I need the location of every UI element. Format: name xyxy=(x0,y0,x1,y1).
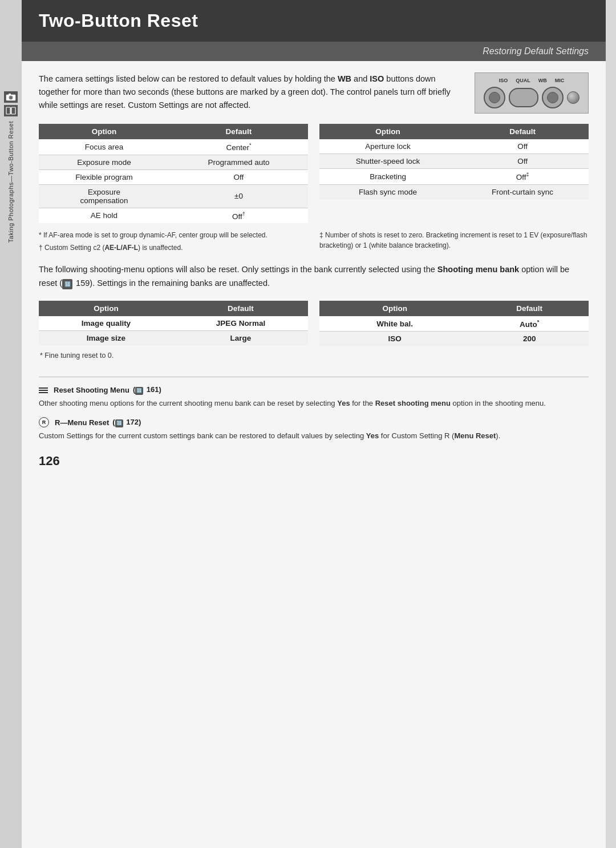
table-row: Flexible program Off xyxy=(39,169,308,184)
svg-point-2 xyxy=(10,96,12,99)
cell: Image quality xyxy=(39,316,173,331)
camera-labels: ISO QUAL WB MIC xyxy=(499,78,565,83)
first-tables-row: Option Default Focus area Center* Exposu… xyxy=(39,124,589,223)
cell: JPEG Normal xyxy=(173,316,308,331)
subtitle-bar: Restoring Default Settings xyxy=(22,42,606,61)
table-row: Image size Large xyxy=(39,330,308,345)
table4: Option Default White bal. Auto* ISO xyxy=(319,301,589,346)
bottom-title-2: R R—Menu Reset (🔢 172) xyxy=(39,417,589,427)
intro-section: The camera settings listed below can be … xyxy=(39,72,589,114)
bottom-item2-ref: (🔢 172) xyxy=(112,418,141,427)
table-row: Shutter-speed lock Off xyxy=(319,154,589,169)
cell: Flexible program xyxy=(39,169,169,184)
table-row: Focus area Center* xyxy=(39,139,308,155)
note-dagger: † Custom Setting c2 (AE-L/AF-L) is unaff… xyxy=(39,243,308,253)
table2-header-default: Default xyxy=(456,124,589,139)
table1-header-option: Option xyxy=(39,124,169,139)
sidebar-icons xyxy=(4,91,18,116)
cell: Off‡ xyxy=(456,169,589,185)
cell: Off xyxy=(456,139,589,154)
menu-icon xyxy=(39,387,48,393)
title-bar: Two-Button Reset xyxy=(22,0,606,42)
subtitle: Restoring Default Settings xyxy=(483,46,589,56)
cell: Focus area xyxy=(39,139,169,155)
cell: Off† xyxy=(169,208,308,223)
cell: Front-curtain sync xyxy=(456,184,589,199)
cell: AE hold xyxy=(39,208,169,223)
label-qual: QUAL xyxy=(516,78,530,83)
content-area: The camera settings listed below can be … xyxy=(22,61,606,480)
label-mic: MIC xyxy=(555,78,565,83)
right-sidebar xyxy=(606,0,616,848)
note-star: * If AF-area mode is set to group dynami… xyxy=(39,230,308,240)
table1: Option Default Focus area Center* Exposu… xyxy=(39,124,308,223)
cell: ISO xyxy=(319,332,470,346)
table4-section: Option Default White bal. Auto* ISO xyxy=(319,301,589,346)
cell: Exposure mode xyxy=(39,155,169,169)
cam-btn-left xyxy=(484,87,505,108)
cell: Image size xyxy=(39,330,173,345)
cell: Exposurecompensation xyxy=(39,184,169,208)
intro-text: The camera settings listed below can be … xyxy=(39,72,463,112)
bottom-item-2: R R—Menu Reset (🔢 172) Custom Settings f… xyxy=(39,417,589,442)
main-paragraph: The following shooting-menu options will… xyxy=(39,263,589,290)
label-iso: ISO xyxy=(499,78,508,83)
cell: ±0 xyxy=(169,184,308,208)
svg-rect-3 xyxy=(9,94,11,95)
table4-header-option: Option xyxy=(319,301,470,316)
cell: Large xyxy=(173,330,308,345)
svg-rect-5 xyxy=(11,107,15,114)
table2: Option Default Aperture lock Off Shutter… xyxy=(319,124,589,199)
table-row: AE hold Off† xyxy=(39,208,308,223)
second-tables-row: Option Default Image quality JPEG Normal… xyxy=(39,301,589,346)
table2-section: Option Default Aperture lock Off Shutter… xyxy=(319,124,589,223)
cell: Off xyxy=(169,169,308,184)
table3-header-default: Default xyxy=(173,301,308,316)
camera-buttons xyxy=(484,87,579,108)
bottom-item1-title: Reset Shooting Menu xyxy=(54,386,129,394)
cell: 200 xyxy=(470,332,589,346)
cam-btn-right xyxy=(542,87,564,108)
table1-section: Option Default Focus area Center* Exposu… xyxy=(39,124,308,223)
left-sidebar: Taking Photographs—Two-Button Reset xyxy=(0,0,22,848)
table3-section: Option Default Image quality JPEG Normal… xyxy=(39,301,308,346)
table-row: Bracketing Off‡ xyxy=(319,169,589,185)
table4-header-default: Default xyxy=(470,301,589,316)
table-row: Flash sync mode Front-curtain sync xyxy=(319,184,589,199)
table3: Option Default Image quality JPEG Normal… xyxy=(39,301,308,345)
notes-left: * If AF-area mode is set to group dynami… xyxy=(39,230,308,255)
bottom-item2-text: Custom Settings for the current custom s… xyxy=(39,430,589,442)
cell: Aperture lock xyxy=(319,139,456,154)
table3-header-option: Option xyxy=(39,301,173,316)
notes-right: ‡ Number of shots is reset to zero. Brac… xyxy=(319,230,589,255)
table2-header-option: Option xyxy=(319,124,456,139)
sidebar-icon-book xyxy=(4,105,18,116)
bottom-item1-ref: (🔢 161) xyxy=(133,385,161,395)
sidebar-label: Taking Photographs—Two-Button Reset xyxy=(7,121,14,243)
camera-illustration: ISO QUAL WB MIC xyxy=(475,72,589,114)
bottom-title-1: Reset Shooting Menu (🔢 161) xyxy=(39,385,589,395)
cell: Flash sync mode xyxy=(319,184,456,199)
bottom-item1-text: Other shooting menu options for the curr… xyxy=(39,398,589,409)
table1-header-default: Default xyxy=(169,124,308,139)
ref-icon: 🔢 xyxy=(62,279,72,289)
sidebar-icon-camera xyxy=(4,91,18,103)
cam-dial xyxy=(567,91,579,104)
table-row: White bal. Auto* xyxy=(319,316,589,332)
note-double-dagger: ‡ Number of shots is reset to zero. Brac… xyxy=(319,230,589,251)
table-row: ISO 200 xyxy=(319,332,589,346)
main-content: Two-Button Reset Restoring Default Setti… xyxy=(22,0,606,848)
cell: Center* xyxy=(169,139,308,155)
page-title: Two-Button Reset xyxy=(39,10,589,31)
svg-rect-4 xyxy=(6,107,10,114)
r-menu-icon: R xyxy=(39,417,49,427)
notes-section: * If AF-area mode is set to group dynami… xyxy=(39,230,589,255)
table-row: Exposurecompensation ±0 xyxy=(39,184,308,208)
cell: Shutter-speed lock xyxy=(319,154,456,169)
cell: White bal. xyxy=(319,316,470,332)
cell: Bracketing xyxy=(319,169,456,185)
cell: Programmed auto xyxy=(169,155,308,169)
fine-tuning-note: * Fine tuning reset to 0. xyxy=(39,352,589,360)
bottom-item2-title: R—Menu Reset xyxy=(55,418,109,427)
table-row: Exposure mode Programmed auto xyxy=(39,155,308,169)
